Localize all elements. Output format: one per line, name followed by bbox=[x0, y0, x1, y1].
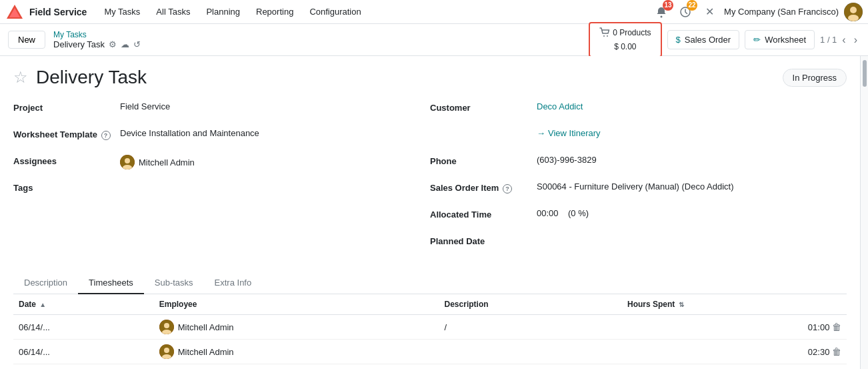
record-title: Delivery Task bbox=[36, 67, 783, 88]
products-amount: $ 0.00 bbox=[614, 42, 636, 51]
status-badge[interactable]: In Progress bbox=[783, 69, 847, 87]
form-left: Project Field Service Worksheet Template… bbox=[13, 101, 430, 262]
form-right: Customer Deco Addict → View Itinerary Ph… bbox=[430, 101, 847, 262]
pagination: 1 / 1 ‹ › bbox=[820, 33, 860, 47]
planned-date-label: Planned Date bbox=[430, 235, 537, 246]
scrollbar[interactable] bbox=[860, 56, 868, 369]
app-name: Field Service bbox=[29, 7, 87, 17]
svg-point-8 bbox=[607, 35, 608, 37]
bell-badge: 13 bbox=[663, 0, 673, 11]
row2-delete-icon[interactable]: 🗑 bbox=[832, 346, 841, 357]
field-tags: Tags bbox=[13, 181, 410, 200]
user-avatar[interactable] bbox=[844, 3, 863, 21]
notifications-clock[interactable]: 22 bbox=[676, 3, 695, 21]
worksheet-button[interactable]: ✏ Worksheet bbox=[745, 30, 815, 49]
add-line-button[interactable]: Add a line bbox=[13, 364, 52, 369]
table-row: 06/14/... Mitchell Admin / 01:00 🗑 bbox=[13, 315, 847, 340]
allocated-time-label: Allocated Time bbox=[430, 208, 537, 220]
customer-label: Customer bbox=[430, 101, 537, 113]
tab-sub-tasks[interactable]: Sub-tasks bbox=[144, 272, 204, 294]
sales-order-button[interactable]: $ Sales Order bbox=[667, 30, 740, 49]
table-row: 06/14/... Mitchell Admin 02:30 🗑 bbox=[13, 340, 847, 364]
svg-point-7 bbox=[603, 35, 605, 37]
customer-value[interactable]: Deco Addict bbox=[537, 101, 583, 111]
date-sort-icon: ▲ bbox=[39, 301, 46, 308]
products-button[interactable]: 0 Products $ 0.00 bbox=[589, 22, 661, 57]
field-assignees: Assignees Mitchell Admin bbox=[13, 155, 410, 173]
nav-configuration[interactable]: Configuration bbox=[303, 4, 367, 19]
main-content: ☆ Delivery Task In Progress Project Fiel… bbox=[0, 56, 860, 369]
svg-point-2 bbox=[661, 15, 663, 17]
timesheets-table: Date ▲ Employee Description Hours Spent … bbox=[13, 294, 847, 364]
row1-hours: 01:00 🗑 bbox=[622, 315, 847, 340]
app-logo[interactable] bbox=[5, 3, 24, 21]
company-name[interactable]: My Company (San Francisco) bbox=[724, 7, 839, 17]
row2-description bbox=[439, 340, 622, 364]
form-grid: Project Field Service Worksheet Template… bbox=[13, 101, 847, 262]
row1-delete-icon[interactable]: 🗑 bbox=[832, 322, 841, 332]
row2-hours: 02:30 🗑 bbox=[622, 340, 847, 364]
sales-order-item-label: Sales Order Item ? bbox=[430, 181, 537, 194]
col-description[interactable]: Description bbox=[439, 294, 622, 315]
star-icon[interactable]: ☆ bbox=[13, 68, 28, 87]
nav-reporting[interactable]: Reporting bbox=[249, 4, 300, 19]
cart-icon bbox=[599, 27, 610, 38]
nav-all-tasks[interactable]: All Tasks bbox=[149, 4, 197, 19]
field-project: Project Field Service bbox=[13, 101, 410, 120]
settings-icon[interactable]: ⚙ bbox=[109, 39, 117, 49]
notifications-bell[interactable]: 13 bbox=[652, 3, 671, 21]
cloud-icon[interactable]: ☁ bbox=[121, 39, 129, 49]
view-itinerary-text: View Itinerary bbox=[548, 128, 601, 138]
pencil-icon: ✏ bbox=[753, 35, 761, 45]
prev-page-button[interactable]: ‹ bbox=[839, 33, 848, 47]
svg-point-5 bbox=[850, 7, 857, 13]
new-button[interactable]: New bbox=[8, 31, 45, 49]
row2-employee: Mitchell Admin bbox=[154, 340, 439, 364]
row2-date: 06/14/... bbox=[13, 340, 154, 364]
nav-my-tasks[interactable]: My Tasks bbox=[97, 4, 147, 19]
tab-timesheets[interactable]: Timesheets bbox=[78, 272, 144, 294]
sales-order-label: Sales Order bbox=[685, 35, 731, 45]
col-date[interactable]: Date ▲ bbox=[13, 294, 154, 315]
tools-icon[interactable]: ✕ bbox=[700, 3, 719, 21]
col-employee[interactable]: Employee bbox=[154, 294, 439, 315]
assignee-row: Mitchell Admin bbox=[120, 155, 195, 169]
field-sales-order-item: Sales Order Item ? S00064 - Furniture De… bbox=[430, 181, 827, 200]
worksheet-help-icon[interactable]: ? bbox=[101, 131, 111, 140]
assignees-label: Assignees bbox=[13, 155, 120, 166]
tab-extra-info[interactable]: Extra Info bbox=[204, 272, 263, 294]
breadcrumb-parent[interactable]: My Tasks bbox=[53, 30, 141, 39]
nav-planning[interactable]: Planning bbox=[199, 4, 247, 19]
arrow-right-icon: → bbox=[537, 128, 545, 138]
assignee-name: Mitchell Admin bbox=[139, 157, 195, 167]
top-nav: Field Service My Tasks All Tasks Plannin… bbox=[0, 0, 868, 24]
tags-label: Tags bbox=[13, 181, 120, 193]
products-count: 0 Products bbox=[613, 28, 651, 37]
svg-point-13 bbox=[164, 323, 169, 328]
view-itinerary-link[interactable]: → View Itinerary bbox=[537, 128, 827, 138]
sales-order-item-value: S00064 - Furniture Delivery (Manual) (De… bbox=[537, 181, 827, 192]
field-allocated-time: Allocated Time 00:00 (0 %) bbox=[430, 208, 827, 227]
col-hours-spent[interactable]: Hours Spent ⇅ bbox=[622, 294, 847, 315]
svg-point-10 bbox=[125, 158, 130, 163]
field-customer: Customer Deco Addict bbox=[430, 101, 827, 120]
dollar-icon: $ bbox=[676, 35, 681, 45]
toolbar: New My Tasks Delivery Task ⚙ ☁ ↺ 0 Produ… bbox=[0, 24, 868, 56]
project-label: Project bbox=[13, 101, 120, 113]
tab-description[interactable]: Description bbox=[13, 272, 78, 294]
breadcrumb-current: Delivery Task bbox=[53, 39, 105, 49]
next-page-button[interactable]: › bbox=[851, 33, 860, 47]
phone-label: Phone bbox=[430, 155, 537, 166]
project-value: Field Service bbox=[120, 101, 410, 111]
soi-help-icon[interactable]: ? bbox=[503, 184, 512, 194]
refresh-icon[interactable]: ↺ bbox=[133, 39, 141, 49]
hours-sort-icon: ⇅ bbox=[679, 301, 684, 308]
svg-point-6 bbox=[848, 15, 859, 21]
assignee-avatar bbox=[120, 155, 135, 169]
row2-avatar bbox=[159, 344, 174, 359]
field-view-itinerary: → View Itinerary bbox=[430, 128, 827, 147]
row1-employee: Mitchell Admin bbox=[154, 315, 439, 340]
worksheet-template-value: Device Installation and Maintenance bbox=[120, 128, 410, 138]
scroll-thumb[interactable] bbox=[863, 60, 867, 87]
svg-point-16 bbox=[164, 348, 169, 353]
